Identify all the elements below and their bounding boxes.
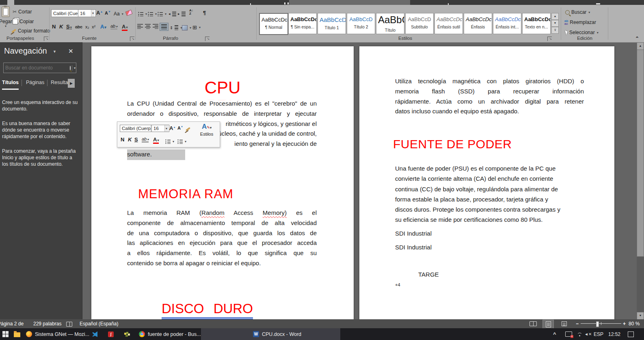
grow-font-button[interactable]: A▲: [96, 10, 103, 16]
mini-highlight-button[interactable]: ab: [142, 136, 149, 143]
font-dialog-launcher-icon[interactable]: ↘: [130, 37, 134, 41]
file-explorer-button[interactable]: [11, 328, 23, 340]
mini-bold-button[interactable]: N: [121, 136, 124, 143]
styles-gallery-scroll-down-button[interactable]: ▼: [551, 20, 559, 27]
format-painter-button[interactable]: Copiar formato: [11, 27, 50, 35]
text-line[interactable]: La memoria RAM (Random Access Memory) es…: [127, 208, 317, 218]
text-line[interactable]: Una fuente de poder (PSU) es el componen…: [395, 163, 585, 173]
text-line[interactable]: convierte la corriente alterna (CA) del …: [395, 173, 585, 184]
ram-paragraph[interactable]: La memoria RAM (Random Access Memory) es…: [127, 208, 317, 269]
document-search-box[interactable]: ▾: [3, 63, 76, 73]
select-button[interactable]: Seleccionar: [566, 28, 599, 37]
find-button[interactable]: Buscar: [565, 8, 590, 16]
italic-button[interactable]: K: [59, 24, 63, 30]
styles-gallery-more-button[interactable]: ⊽: [551, 27, 559, 34]
tray-clock[interactable]: 12:52: [606, 328, 623, 340]
mini-numbering-button[interactable]: [177, 137, 186, 145]
nav-tab-headings[interactable]: Títulos: [2, 80, 19, 90]
style-card-title[interactable]: AaBbCcDc Título: [376, 13, 404, 34]
text-line[interactable]: memoria flash (SSD) para recuperar infor…: [395, 87, 584, 97]
collapse-ribbon-chevron-icon[interactable]: ⌃: [635, 36, 639, 41]
search-input[interactable]: [4, 65, 70, 71]
decrease-indent-button[interactable]: ◂: [169, 10, 176, 18]
hdd-paragraph[interactable]: Utiliza tecnología magnética con platos …: [395, 76, 584, 117]
tray-keyboard-language[interactable]: ESP: [591, 328, 606, 340]
proofing-errors-icon[interactable]: [66, 322, 72, 328]
text-line[interactable]: forma estable la placa base, procesador,…: [395, 194, 585, 204]
nav-tab-pages[interactable]: Páginas: [26, 80, 44, 85]
shrink-font-button[interactable]: A▼: [105, 10, 111, 15]
highlight-color-button[interactable]: ab: [110, 24, 117, 30]
sort-button[interactable]: A↓ Z: [189, 9, 193, 15]
scroll-down-button[interactable]: ▼: [637, 312, 644, 320]
page-indicator[interactable]: Página 2 de 2: [0, 321, 24, 327]
paragraph-dialog-launcher-icon[interactable]: ↘: [205, 37, 210, 41]
overflow-marker[interactable]: +4: [395, 282, 400, 287]
text-line[interactable]: rápidamente. Actúa como un archivador di…: [395, 97, 584, 107]
numbering-button[interactable]: [148, 10, 157, 18]
text-effects-button[interactable]: A: [100, 24, 106, 30]
text-line[interactable]: discos duros. Protege los componentes co…: [395, 204, 585, 214]
text-line[interactable]: su eficiencia se mide por certificacione…: [395, 214, 585, 225]
clipboard-dialog-launcher-icon[interactable]: ↘: [44, 37, 48, 41]
show-paragraph-marks-button[interactable]: ¶: [203, 10, 206, 16]
mini-font-size-dropdown-icon[interactable]: ▾: [164, 125, 168, 132]
heading-cpu[interactable]: CPU: [91, 78, 354, 97]
heading-memoria-ram[interactable]: MEMORIA RAM: [138, 187, 233, 201]
change-case-button[interactable]: Aa: [114, 10, 123, 18]
zoom-level[interactable]: 80 %: [629, 321, 640, 327]
style-card-subtle-emphasis[interactable]: AaBbCcDc Énfasis sutil: [434, 13, 463, 34]
text-line[interactable]: de una computadora o dispositivo, que gu…: [127, 228, 317, 238]
ribbon-tab-strip[interactable]: [0, 0, 644, 5]
strikethrough-button[interactable]: abc: [75, 24, 82, 29]
style-card-subtitle[interactable]: AaBbCcD Subtítulo: [405, 13, 434, 34]
shading-button[interactable]: [182, 24, 191, 32]
spellcheck-word[interactable]: Memory): [263, 209, 287, 216]
mini-styles-button[interactable]: A✎▾ Estilos: [197, 123, 217, 136]
heading-fuente-de-poder[interactable]: FUENTE DE PODER: [393, 137, 512, 151]
taskbar-button-chrome[interactable]: fuente de poder - Bus...: [136, 328, 203, 340]
tray-show-hidden-icons-button[interactable]: ^: [551, 328, 559, 340]
borders-button[interactable]: ⊞: [192, 23, 201, 31]
text-line[interactable]: ordenador o dispositivo, responsable de …: [127, 109, 317, 119]
mini-bullets-button[interactable]: [165, 137, 174, 145]
mini-underline-button[interactable]: S: [134, 136, 138, 143]
styles-gallery-scroll-up-button[interactable]: ▲: [551, 13, 559, 20]
increase-indent-button[interactable]: ▸: [178, 10, 186, 18]
style-card-normal[interactable]: AaBbCcDc ¶ Normal: [259, 13, 288, 35]
taskbar-button-word-active[interactable]: W CPU.docx - Word: [201, 328, 340, 340]
word-count[interactable]: 229 palabras: [33, 321, 61, 327]
multilevel-list-button[interactable]: [158, 10, 166, 18]
zoom-out-button[interactable]: −: [576, 321, 579, 327]
style-card-heading1[interactable]: AaBbCcD Título 1: [318, 13, 346, 34]
align-left-button[interactable]: [137, 24, 143, 30]
read-mode-view-button[interactable]: [528, 320, 538, 328]
font-color-button[interactable]: A: [122, 24, 128, 31]
subscript-button[interactable]: x₂: [85, 24, 89, 29]
navigation-pane-options-dropdown-icon[interactable]: ▼: [53, 50, 56, 54]
text-line[interactable]: software.: [127, 151, 152, 158]
zoom-slider-thumb[interactable]: [596, 321, 599, 327]
spellcheck-word[interactable]: Random: [201, 209, 225, 216]
font-size-combobox[interactable]: 16 ▾: [78, 9, 96, 17]
navigation-pane-close-icon[interactable]: ✕: [68, 48, 73, 55]
text-line[interactable]: componente de almacenamiento temporal de…: [127, 218, 317, 228]
sdi-industrial-line[interactable]: SDI Industrial: [395, 243, 432, 253]
taskbar-button-red-app[interactable]: ʃ: [106, 328, 116, 340]
styles-dialog-launcher-icon[interactable]: ↘: [547, 37, 552, 41]
selected-text-software[interactable]: software.: [127, 149, 185, 160]
document-vertical-scrollbar[interactable]: ▲ ▼: [637, 42, 644, 319]
mini-shrink-font-button[interactable]: A▼: [177, 126, 183, 130]
tray-display-error-button[interactable]: [563, 328, 575, 340]
psu-paragraph[interactable]: Una fuente de poder (PSU) es el componen…: [395, 163, 585, 225]
text-line[interactable]: Utiliza tecnología magnética con platos …: [395, 76, 584, 87]
style-card-heading2[interactable]: AaBbCcD Título 2: [347, 13, 375, 34]
align-right-button[interactable]: [153, 24, 158, 30]
taskbar-button-pixel-app[interactable]: [122, 328, 132, 340]
text-line[interactable]: datos incluso cuando el equipo está apag…: [395, 106, 584, 117]
mini-format-painter-button[interactable]: [186, 126, 190, 131]
mini-font-name-combobox[interactable]: Calibri (Cuerp ▾: [120, 125, 153, 132]
mini-font-color-button[interactable]: A: [153, 136, 159, 144]
style-card-intense-emphasis[interactable]: AaBbCcDc Énfasis int...: [493, 13, 521, 34]
web-layout-view-button[interactable]: [559, 320, 569, 328]
